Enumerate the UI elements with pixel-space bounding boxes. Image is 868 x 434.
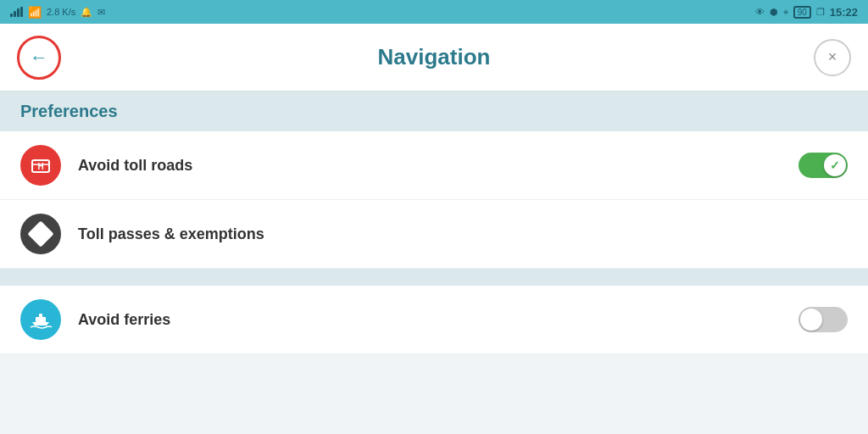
bluetooth-icon: ⬢: [770, 7, 778, 18]
status-bar: 📶 2.8 K/s 🔔 ✉ 👁 ⬢ ⌖ 90 ❐ 15:22: [0, 0, 868, 24]
status-left: 📶 2.8 K/s 🔔 ✉: [10, 6, 105, 19]
wifi-icon: 📶: [28, 6, 42, 19]
status-right: 👁 ⬢ ⌖ 90 ❐ 15:22: [755, 6, 858, 19]
eye-icon: 👁: [755, 7, 765, 17]
signal-icon: [10, 7, 23, 17]
toll-passes-item[interactable]: Toll passes & exemptions: [0, 200, 868, 269]
close-icon: ×: [828, 48, 837, 66]
back-arrow-icon: ←: [30, 47, 48, 69]
preferences-title: Preferences: [20, 102, 118, 120]
notification-icon: 🔔: [81, 7, 92, 18]
ferry-svg: [28, 307, 53, 332]
back-button[interactable]: ←: [17, 36, 61, 80]
toggle-knob-on: ✓: [824, 154, 846, 176]
time-display: 15:22: [830, 6, 858, 19]
battery-icon: 90: [793, 6, 811, 19]
avoid-toll-roads-toggle[interactable]: ✓: [798, 153, 848, 178]
preferences-section-header: Preferences: [0, 92, 868, 131]
toll-road-icon: H: [20, 145, 61, 186]
avoid-ferries-item[interactable]: Avoid ferries: [0, 286, 868, 354]
toll-svg: H: [29, 153, 53, 177]
data-speed: 2.8 K/s: [47, 7, 75, 17]
page-title: Navigation: [378, 44, 491, 70]
check-icon: ✓: [830, 159, 840, 172]
location-icon: ⌖: [783, 7, 788, 18]
avoid-toll-roads-label: Avoid toll roads: [78, 157, 798, 175]
avoid-ferries-label: Avoid ferries: [78, 311, 798, 329]
toll-passes-label: Toll passes & exemptions: [78, 225, 848, 243]
nav-bar: ← Navigation ×: [0, 24, 868, 92]
ferry-icon-bg: [20, 299, 61, 340]
close-button[interactable]: ×: [814, 39, 851, 76]
avoid-toll-roads-item[interactable]: H Avoid toll roads ✓: [0, 131, 868, 200]
signal-icon-right: ❐: [816, 7, 825, 18]
section-divider: [0, 269, 868, 286]
svg-rect-3: [36, 317, 46, 323]
toggle-knob-off: [800, 309, 822, 331]
toll-passes-icon: [20, 214, 61, 254]
mail-icon: ✉: [97, 7, 105, 18]
content-area: Preferences H Avoid toll roads ✓ Toll pa…: [0, 92, 868, 354]
diamond-icon: [27, 220, 53, 247]
svg-text:H: H: [37, 162, 43, 171]
svg-rect-4: [39, 314, 42, 318]
avoid-ferries-toggle[interactable]: [798, 307, 848, 332]
